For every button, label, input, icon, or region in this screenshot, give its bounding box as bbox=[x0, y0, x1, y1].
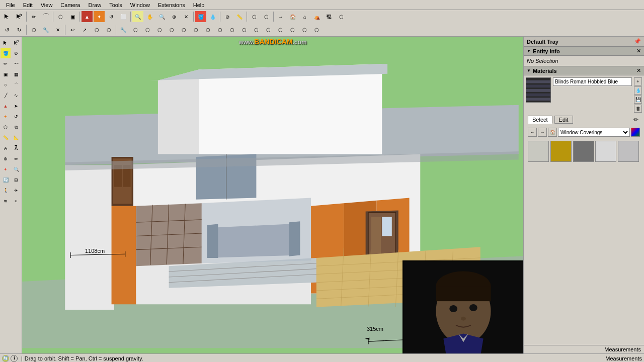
lt-search[interactable]: 🔍 bbox=[11, 164, 21, 174]
tool-select-2[interactable] bbox=[14, 11, 25, 22]
menu-tools[interactable]: Tools bbox=[105, 2, 126, 9]
lt-scale[interactable]: ⬡ bbox=[1, 122, 11, 132]
lt-protractor[interactable]: 📐 bbox=[11, 133, 21, 143]
tool-component[interactable]: ⬡ bbox=[249, 11, 260, 22]
toolbar-extra-2[interactable]: 🏠 bbox=[287, 11, 298, 22]
toolbar-extra-5[interactable]: 🏗 bbox=[324, 11, 335, 22]
lt-walk[interactable]: 🚶 bbox=[1, 186, 11, 196]
category-dropdown[interactable]: Window Coverings Brick and Cladding Colo… bbox=[558, 128, 630, 137]
tool2-6[interactable]: ↩ bbox=[67, 24, 78, 35]
color-picker-btn[interactable] bbox=[631, 128, 640, 137]
lt-freehand[interactable]: 〰 bbox=[11, 59, 21, 69]
tool-select[interactable] bbox=[2, 11, 13, 22]
nav-back-btn[interactable]: ← bbox=[528, 128, 537, 137]
menu-view[interactable]: View bbox=[37, 2, 57, 9]
swatch-2[interactable] bbox=[550, 141, 572, 162]
tool-pencil[interactable]: ✏ bbox=[28, 11, 39, 22]
tool-group[interactable]: ⬡ bbox=[261, 11, 272, 22]
lt-lasso[interactable] bbox=[11, 38, 21, 48]
tool-zoom[interactable]: 🔍 bbox=[156, 11, 168, 22]
tool-eraser[interactable]: ⊘ bbox=[222, 11, 233, 22]
tool2-13[interactable]: ⬡ bbox=[154, 24, 165, 35]
tool2-15[interactable]: ⬡ bbox=[178, 24, 189, 35]
toolbar-extra-4[interactable]: ⛺ bbox=[311, 11, 323, 22]
tool-paint[interactable]: 🪣 bbox=[195, 11, 206, 22]
lt-zoomext[interactable]: ⊞ bbox=[11, 175, 21, 185]
swatch-4[interactable] bbox=[595, 141, 616, 162]
default-tray-pin[interactable]: 📌 bbox=[634, 38, 641, 45]
lt-orbit[interactable]: 🔄 bbox=[1, 175, 11, 185]
tool-tape[interactable]: 📏 bbox=[234, 11, 245, 22]
material-sample-btn[interactable]: 💧 bbox=[634, 86, 642, 95]
lt-pushpull[interactable]: ▲ bbox=[1, 101, 11, 111]
lt-pencil[interactable]: ✏ bbox=[1, 59, 11, 69]
swatch-3[interactable] bbox=[573, 141, 594, 162]
material-create-btn[interactable]: + bbox=[634, 77, 642, 85]
tool2-16[interactable]: ⬡ bbox=[190, 24, 201, 35]
menu-edit[interactable]: Edit bbox=[19, 2, 37, 9]
tool2-23[interactable]: ⬡ bbox=[275, 24, 286, 35]
tool2-19[interactable]: ⬡ bbox=[226, 24, 237, 35]
tool-zoomwin[interactable]: ✕ bbox=[181, 11, 192, 22]
tool-rect[interactable]: ▣ bbox=[67, 11, 78, 22]
tool-sample[interactable]: 💧 bbox=[207, 11, 218, 22]
lt-bezier[interactable]: ∿ bbox=[11, 90, 21, 101]
lt-rect[interactable]: ▣ bbox=[1, 69, 11, 79]
tool2-10[interactable]: 🔧 bbox=[118, 24, 129, 35]
entity-info-close[interactable]: ✕ bbox=[636, 48, 641, 54]
edit-pencil-btn[interactable]: ✏ bbox=[632, 116, 640, 124]
tool2-25[interactable]: ⬡ bbox=[299, 24, 310, 35]
tab-edit[interactable]: Edit bbox=[554, 116, 573, 124]
tool2-18[interactable]: ⬡ bbox=[214, 24, 225, 35]
tool2-21[interactable]: ⬡ bbox=[251, 24, 262, 35]
lt-sandbox[interactable]: ≋ bbox=[1, 196, 11, 206]
lt-paint[interactable]: 🪣 bbox=[1, 48, 11, 58]
lt-smooth[interactable]: ≈ bbox=[11, 196, 21, 206]
lt-move[interactable]: ✦ bbox=[1, 112, 11, 122]
tool-scale[interactable]: ⬜ bbox=[118, 11, 129, 22]
tool2-3[interactable]: ⬡ bbox=[28, 24, 39, 35]
swatch-1[interactable] bbox=[528, 141, 549, 162]
tool2-24[interactable]: ⬡ bbox=[287, 24, 298, 35]
tool2-7[interactable]: ↗ bbox=[79, 24, 90, 35]
tool-move[interactable]: ✦ bbox=[94, 11, 105, 22]
lt-3d[interactable]: ▦ bbox=[11, 69, 21, 79]
menu-help[interactable]: Help bbox=[189, 2, 209, 9]
tool2-1[interactable]: ↺ bbox=[2, 24, 13, 35]
toolbar-extra-3[interactable]: ⌂ bbox=[299, 11, 310, 22]
tool-rotate[interactable]: ↺ bbox=[106, 11, 117, 22]
tool-zoomext[interactable]: ⊕ bbox=[169, 11, 180, 22]
lt-eraser[interactable]: ⊘ bbox=[11, 48, 21, 58]
menu-file[interactable]: File bbox=[2, 2, 19, 9]
tool-shape[interactable]: ⬡ bbox=[55, 11, 66, 22]
material-delete-btn[interactable]: 🗑 bbox=[634, 105, 642, 113]
lt-offset[interactable]: ⧉ bbox=[11, 122, 21, 132]
tool-pushpull[interactable]: ▲ bbox=[82, 11, 93, 22]
menu-extensions[interactable]: Extensions bbox=[154, 2, 189, 9]
tool2-22[interactable]: ⬡ bbox=[263, 24, 274, 35]
tool2-20[interactable]: ⬡ bbox=[238, 24, 250, 35]
lt-section[interactable]: ✦ bbox=[1, 164, 11, 174]
tool2-8[interactable]: ⬡ bbox=[91, 24, 102, 35]
lt-select[interactable] bbox=[1, 38, 11, 48]
menu-draw[interactable]: Draw bbox=[84, 2, 105, 9]
tool-arc[interactable]: ⌒ bbox=[40, 11, 51, 22]
tool2-12[interactable]: ⬡ bbox=[142, 24, 153, 35]
materials-close[interactable]: ✕ bbox=[636, 67, 641, 74]
tool2-2[interactable]: ↻ bbox=[14, 24, 25, 35]
lt-axes[interactable]: ⊕ bbox=[1, 154, 11, 164]
tool2-11[interactable]: ⬡ bbox=[130, 24, 141, 35]
status-info-icon[interactable]: ℹ bbox=[11, 355, 18, 362]
lt-followme[interactable]: ➤ bbox=[11, 101, 21, 111]
lt-arc[interactable]: ⌒ bbox=[11, 80, 21, 90]
menu-camera[interactable]: Camera bbox=[56, 2, 84, 9]
tool2-17[interactable]: ⬡ bbox=[202, 24, 213, 35]
entity-info-header[interactable]: ▼ Entity Info ✕ bbox=[524, 47, 644, 56]
tool2-9[interactable]: ⬡ bbox=[103, 24, 114, 35]
swatch-5[interactable] bbox=[618, 141, 639, 162]
lt-3dtext[interactable]: A̅ bbox=[11, 143, 21, 153]
lt-fly[interactable]: ✈ bbox=[11, 186, 21, 196]
menu-window[interactable]: Window bbox=[126, 2, 154, 9]
toolbar-extra-6[interactable]: ⬡ bbox=[336, 11, 347, 22]
tool2-4[interactable]: 🔧 bbox=[40, 24, 51, 35]
